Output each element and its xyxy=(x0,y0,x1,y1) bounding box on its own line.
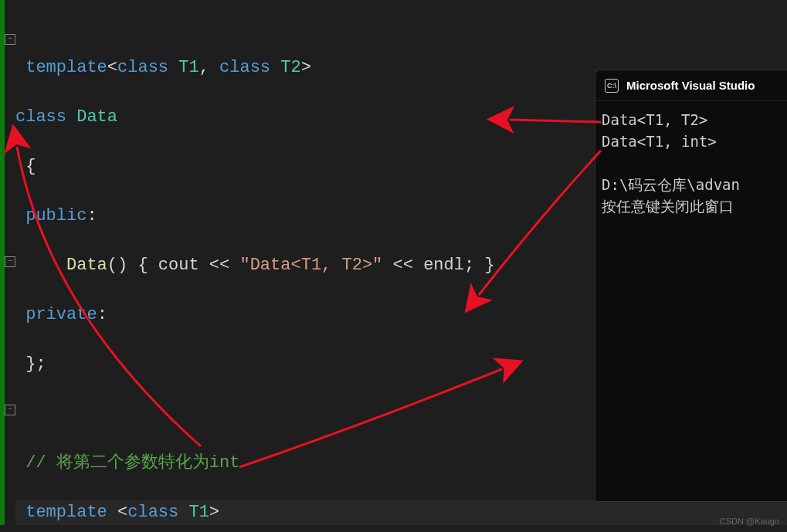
keyword-class: class xyxy=(15,107,66,127)
fold-icon[interactable]: − xyxy=(5,405,15,415)
console-icon: C:\ xyxy=(605,79,619,93)
keyword-private: private xyxy=(25,305,97,324)
code-text[interactable]: template<class T1, class T2> class Data … xyxy=(15,0,505,532)
console-title-text: Microsoft Visual Studio xyxy=(626,79,755,92)
fold-icon[interactable]: − xyxy=(5,34,15,45)
comment: // 将第二个参数特化为int xyxy=(25,453,239,473)
console-titlebar[interactable]: C:\ Microsoft Visual Studio xyxy=(595,70,787,101)
console-output: Data<T1, T2> Data<T1, int> D:\码云仓库\advan… xyxy=(595,101,787,225)
fold-gutter: − − − xyxy=(5,0,15,532)
console-window[interactable]: C:\ Microsoft Visual Studio Data<T1, T2>… xyxy=(595,69,787,502)
keyword-template: template xyxy=(25,58,107,77)
keyword-public: public xyxy=(25,206,87,225)
watermark: CSDN @Kaugo xyxy=(720,517,779,526)
fold-icon[interactable]: − xyxy=(5,256,15,267)
